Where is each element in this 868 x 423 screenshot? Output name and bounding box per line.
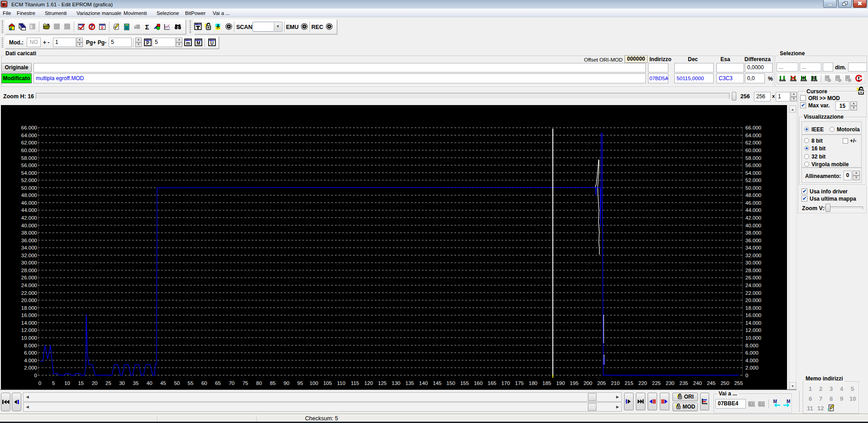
svg-text:240: 240 [693, 380, 702, 386]
svg-text:16.000: 16.000 [21, 312, 37, 318]
svg-text:20: 20 [92, 380, 98, 386]
svg-text:M: M [773, 399, 777, 404]
svg-text:180: 180 [529, 380, 537, 386]
svg-text:5: 5 [52, 380, 55, 386]
svg-text:52.000: 52.000 [745, 178, 761, 183]
svg-text:55: 55 [188, 380, 194, 386]
svg-text:22.000: 22.000 [21, 290, 37, 296]
svg-text:85: 85 [270, 380, 276, 386]
svg-text:22.000: 22.000 [745, 290, 761, 296]
svg-text:62.000: 62.000 [21, 140, 37, 145]
svg-text:14.000: 14.000 [21, 320, 37, 326]
svg-text:10.000: 10.000 [745, 335, 761, 341]
svg-text:42.000: 42.000 [21, 215, 37, 221]
svg-text:0: 0 [34, 373, 37, 378]
svg-text:32.000: 32.000 [21, 253, 37, 258]
svg-text:125: 125 [378, 380, 386, 386]
svg-text:140: 140 [419, 380, 428, 386]
svg-text:20.000: 20.000 [745, 298, 761, 303]
svg-text:48.000: 48.000 [745, 192, 761, 198]
svg-text:30: 30 [119, 380, 125, 386]
svg-text:66.000: 66.000 [21, 125, 37, 130]
svg-text:175: 175 [515, 380, 524, 386]
svg-text:65: 65 [215, 380, 221, 386]
svg-text:18.000: 18.000 [21, 305, 37, 311]
svg-text:M: M [196, 41, 200, 46]
svg-text:38.000: 38.000 [21, 230, 37, 236]
svg-text:20.000: 20.000 [21, 298, 37, 303]
svg-text:6.000: 6.000 [24, 350, 37, 356]
svg-text:50: 50 [174, 380, 180, 386]
svg-text:54.000: 54.000 [745, 170, 761, 176]
svg-text:30.000: 30.000 [745, 260, 761, 265]
svg-text:34.000: 34.000 [745, 245, 761, 250]
svg-text:35: 35 [133, 380, 139, 386]
svg-text:170: 170 [501, 380, 510, 386]
svg-text:46.000: 46.000 [745, 200, 761, 206]
svg-text:60.000: 60.000 [745, 148, 761, 153]
svg-text:115: 115 [351, 380, 359, 386]
svg-text:26.000: 26.000 [745, 275, 761, 280]
svg-text:255: 255 [734, 380, 743, 386]
svg-text:56.000: 56.000 [745, 163, 761, 168]
svg-text:200: 200 [583, 380, 592, 386]
svg-text:60.000: 60.000 [21, 148, 37, 153]
svg-text:135: 135 [405, 380, 414, 386]
svg-text:64.000: 64.000 [21, 133, 37, 138]
svg-text:70: 70 [229, 380, 234, 386]
svg-text:M: M [787, 399, 790, 404]
svg-text:100: 100 [310, 380, 318, 386]
svg-text:26.000: 26.000 [21, 275, 37, 280]
svg-text:8.000: 8.000 [745, 343, 758, 348]
svg-text:32.000: 32.000 [745, 253, 761, 258]
svg-text:10.000: 10.000 [21, 335, 37, 341]
svg-text:Σ: Σ [145, 23, 149, 30]
svg-text:30.000: 30.000 [21, 260, 37, 265]
svg-text:66.000: 66.000 [745, 125, 761, 130]
svg-text:56.000: 56.000 [21, 163, 37, 168]
svg-text:44.000: 44.000 [21, 207, 37, 213]
svg-text:14.000: 14.000 [745, 320, 761, 326]
svg-text:190: 190 [556, 380, 565, 386]
svg-text:60: 60 [201, 380, 207, 386]
svg-text:145: 145 [433, 380, 441, 386]
svg-text:12.000: 12.000 [745, 327, 761, 333]
svg-text:155: 155 [460, 380, 469, 386]
svg-text:90: 90 [284, 380, 290, 386]
svg-text:24.000: 24.000 [745, 283, 761, 288]
svg-text:24.000: 24.000 [21, 283, 37, 288]
svg-text:75: 75 [243, 380, 248, 386]
svg-text:46.000: 46.000 [21, 200, 37, 206]
svg-text:15: 15 [78, 380, 84, 386]
svg-text:0: 0 [38, 380, 41, 386]
svg-text:250: 250 [720, 380, 729, 386]
svg-text:8.000: 8.000 [24, 343, 37, 348]
svg-text:210: 210 [611, 380, 620, 386]
svg-text:205: 205 [597, 380, 606, 386]
svg-text:P: P [146, 41, 149, 46]
svg-text:45: 45 [160, 380, 166, 386]
svg-text:0: 0 [101, 25, 103, 30]
svg-text:95: 95 [297, 380, 303, 386]
svg-text:130: 130 [392, 380, 401, 386]
svg-text:58.000: 58.000 [745, 155, 761, 161]
svg-text:36.000: 36.000 [21, 238, 37, 243]
svg-text:235: 235 [679, 380, 688, 386]
svg-text:28.000: 28.000 [745, 268, 761, 273]
svg-text:m: m [186, 41, 190, 46]
svg-text:2.000: 2.000 [745, 365, 758, 370]
svg-text:40: 40 [147, 380, 153, 386]
svg-text:2.000: 2.000 [24, 365, 37, 370]
svg-text:105: 105 [323, 380, 332, 386]
svg-text:62.000: 62.000 [745, 140, 761, 145]
svg-text:40.000: 40.000 [21, 223, 37, 228]
svg-text:195: 195 [570, 380, 578, 386]
svg-text:165: 165 [488, 380, 496, 386]
svg-text:4.000: 4.000 [24, 358, 37, 363]
svg-text:220: 220 [639, 380, 647, 386]
svg-text:230: 230 [666, 380, 674, 386]
svg-text:40.000: 40.000 [745, 223, 761, 228]
svg-text:10: 10 [64, 380, 70, 386]
svg-text:215: 215 [625, 380, 633, 386]
svg-text:120: 120 [364, 380, 373, 386]
